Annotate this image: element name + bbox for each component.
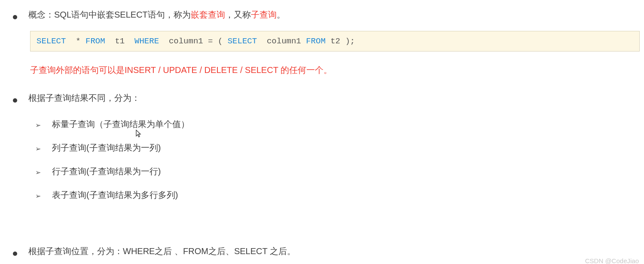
- code-col1: column1 = (: [159, 36, 228, 46]
- list-item: ➢ 列子查询(子查询结果为一列): [4, 142, 640, 154]
- subitem-scalar: 标量子查询（子查询结果为单个值）: [52, 118, 189, 130]
- bullet-concept: 概念：SQL语句中嵌套SELECT语句，称为嵌套查询，又称子查询。: [4, 9, 640, 21]
- concept-suffix: 。: [277, 10, 285, 19]
- sql-code-block: SELECT * FROM t1 WHERE column1 = ( SELEC…: [30, 31, 640, 52]
- concept-hl2: 子查询: [251, 10, 277, 19]
- code-t2: t2 );: [326, 36, 355, 46]
- code-star: *: [66, 36, 85, 46]
- bullet-result-types: 根据子查询结果不同，分为：: [4, 92, 640, 104]
- arrow-icon: ➢: [35, 145, 41, 153]
- bullet-concept-text: 概念：SQL语句中嵌套SELECT语句，称为嵌套查询，又称子查询。: [28, 9, 285, 21]
- bullet-dot-icon: [13, 15, 17, 19]
- bullet-position: 根据子查询位置，分为：WHERE之后 、FROM之后、SELECT 之后。: [4, 246, 640, 257]
- red-note: 子查询外部的语句可以是INSERT / UPDATE / DELETE / SE…: [30, 64, 640, 76]
- subitem-table: 表子查询(子查询结果为多行多列): [52, 189, 178, 201]
- concept-mid: ，又称: [225, 10, 251, 19]
- kw-from: FROM: [85, 36, 105, 46]
- mouse-cursor-icon: [136, 130, 142, 140]
- watermark: CSDN @CodeJiao: [585, 257, 639, 264]
- subitem-row: 行子查询(子查询结果为一行): [52, 166, 161, 177]
- concept-prefix: 概念：SQL语句中嵌套SELECT语句，称为: [28, 10, 191, 19]
- arrow-icon: ➢: [35, 121, 41, 129]
- kw-where: WHERE: [134, 36, 159, 46]
- list-item: ➢ 表子查询(子查询结果为多行多列): [4, 189, 640, 201]
- arrow-icon: ➢: [35, 192, 41, 200]
- list-item: ➢ 行子查询(子查询结果为一行): [4, 166, 640, 177]
- bullet-result-types-text: 根据子查询结果不同，分为：: [28, 92, 140, 104]
- subitem-column: 列子查询(子查询结果为一列): [52, 142, 161, 154]
- list-item: ➢ 标量子查询（子查询结果为单个值）: [4, 118, 640, 130]
- bullet-dot-icon: [13, 252, 17, 256]
- kw-select-inner: SELECT: [228, 36, 257, 46]
- concept-hl1: 嵌套查询: [191, 10, 225, 19]
- kw-select: SELECT: [37, 36, 66, 46]
- bullet-dot-icon: [13, 98, 17, 103]
- bullet-position-text: 根据子查询位置，分为：WHERE之后 、FROM之后、SELECT 之后。: [28, 246, 296, 257]
- code-t1: t1: [105, 36, 134, 46]
- arrow-icon: ➢: [35, 168, 41, 176]
- code-col2: column1: [257, 36, 306, 46]
- kw-from-inner: FROM: [306, 36, 326, 46]
